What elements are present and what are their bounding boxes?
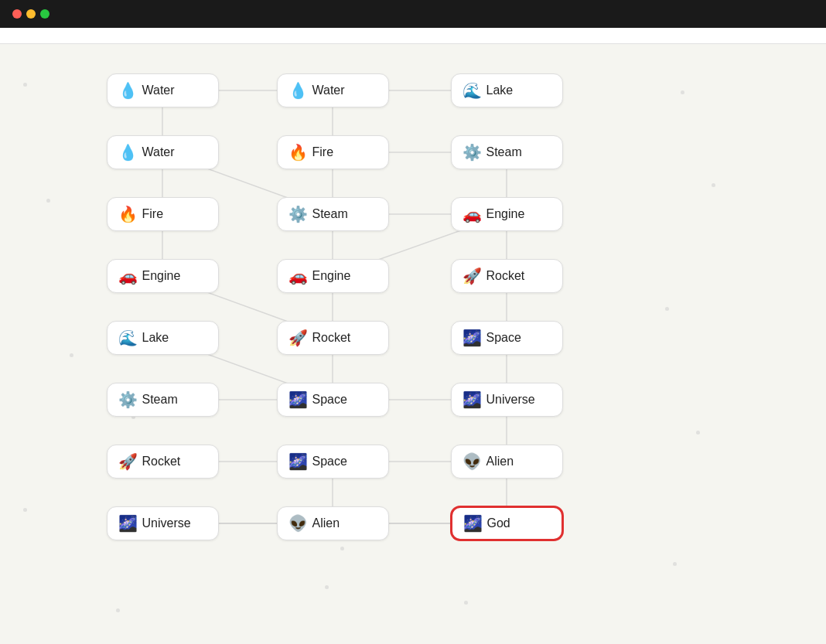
node-emoji-universe2: 🌌 bbox=[118, 516, 138, 531]
node-label-space3: Space bbox=[312, 455, 347, 469]
node-engine1[interactable]: 🚗Engine bbox=[451, 197, 563, 231]
maximize-dot[interactable] bbox=[40, 9, 49, 19]
node-emoji-rocket1: 🚀 bbox=[462, 268, 482, 284]
node-emoji-rocket2: 🚀 bbox=[288, 330, 308, 346]
node-emoji-water1: 💧 bbox=[118, 83, 138, 98]
close-dot[interactable] bbox=[12, 9, 22, 19]
node-universe1[interactable]: 🌌Universe bbox=[451, 383, 563, 417]
node-rocket3[interactable]: 🚀Rocket bbox=[107, 445, 219, 479]
decorative-dot bbox=[325, 585, 329, 589]
node-label-water2: Water bbox=[312, 83, 345, 97]
node-emoji-water2: 💧 bbox=[288, 83, 308, 98]
node-label-alien1: Alien bbox=[486, 455, 514, 469]
node-label-rocket1: Rocket bbox=[486, 269, 525, 283]
minimize-dot[interactable] bbox=[26, 9, 36, 19]
node-steam2[interactable]: ⚙️Steam bbox=[277, 197, 389, 231]
node-label-steam2: Steam bbox=[312, 207, 348, 221]
decorative-dot bbox=[23, 508, 27, 512]
node-label-space2: Space bbox=[312, 393, 347, 407]
node-emoji-fire1: 🔥 bbox=[288, 145, 308, 160]
node-alien2[interactable]: 👽Alien bbox=[277, 506, 389, 540]
node-emoji-space1: 🌌 bbox=[462, 330, 482, 346]
node-label-rocket2: Rocket bbox=[312, 331, 351, 345]
node-water2[interactable]: 💧Water bbox=[277, 73, 389, 107]
node-space3[interactable]: 🌌Space bbox=[277, 445, 389, 479]
node-rocket1[interactable]: 🚀Rocket bbox=[451, 259, 563, 293]
node-label-rocket3: Rocket bbox=[142, 455, 181, 469]
node-label-alien2: Alien bbox=[312, 516, 340, 530]
decorative-dot bbox=[673, 562, 677, 566]
node-fire2[interactable]: 🔥Fire bbox=[107, 197, 219, 231]
decorative-dot bbox=[23, 83, 27, 87]
main-area: 💧Water💧Water🌊Lake💧Water🔥Fire⚙️Steam🔥Fire… bbox=[0, 44, 826, 614]
node-fire1[interactable]: 🔥Fire bbox=[277, 135, 389, 169]
node-steam3[interactable]: ⚙️Steam bbox=[107, 383, 219, 417]
decorative-dot bbox=[665, 307, 669, 311]
node-emoji-steam3: ⚙️ bbox=[118, 392, 138, 407]
node-emoji-steam2: ⚙️ bbox=[288, 206, 308, 222]
node-emoji-rocket3: 🚀 bbox=[118, 454, 138, 469]
node-space2[interactable]: 🌌Space bbox=[277, 383, 389, 417]
node-emoji-steam1: ⚙️ bbox=[462, 145, 482, 160]
decorative-dot bbox=[70, 353, 73, 357]
decorative-dot bbox=[712, 183, 715, 187]
node-emoji-space3: 🌌 bbox=[288, 454, 308, 469]
node-emoji-engine2: 🚗 bbox=[118, 268, 138, 284]
node-emoji-engine3: 🚗 bbox=[288, 268, 308, 284]
top-bar bbox=[0, 0, 826, 28]
decorative-dot bbox=[46, 199, 50, 203]
node-universe2[interactable]: 🌌Universe bbox=[107, 506, 219, 540]
node-engine3[interactable]: 🚗Engine bbox=[277, 259, 389, 293]
node-emoji-space2: 🌌 bbox=[288, 392, 308, 407]
node-label-space1: Space bbox=[486, 331, 521, 345]
decorative-dot bbox=[464, 601, 468, 605]
node-emoji-alien1: 👽 bbox=[462, 454, 482, 469]
decorative-dot bbox=[696, 431, 700, 434]
node-emoji-god: 🌌 bbox=[463, 516, 483, 531]
decorative-dot bbox=[340, 547, 344, 550]
node-label-fire1: Fire bbox=[312, 145, 334, 159]
node-rocket2[interactable]: 🚀Rocket bbox=[277, 321, 389, 355]
header bbox=[0, 28, 826, 44]
node-label-engine2: Engine bbox=[142, 269, 181, 283]
node-emoji-fire2: 🔥 bbox=[118, 206, 138, 222]
node-lake2[interactable]: 🌊Lake bbox=[107, 321, 219, 355]
node-emoji-alien2: 👽 bbox=[288, 516, 308, 531]
node-label-engine3: Engine bbox=[312, 269, 351, 283]
node-god[interactable]: 🌌God bbox=[451, 506, 563, 540]
node-label-fire2: Fire bbox=[142, 207, 164, 221]
node-label-water1: Water bbox=[142, 83, 175, 97]
node-steam1[interactable]: ⚙️Steam bbox=[451, 135, 563, 169]
node-emoji-lake1: 🌊 bbox=[462, 83, 482, 98]
node-label-engine1: Engine bbox=[486, 207, 525, 221]
node-emoji-universe1: 🌌 bbox=[462, 392, 482, 407]
node-label-universe1: Universe bbox=[486, 393, 535, 407]
node-label-steam3: Steam bbox=[142, 393, 178, 407]
node-label-god: God bbox=[487, 516, 510, 530]
node-label-water3: Water bbox=[142, 145, 175, 159]
decorative-dot bbox=[116, 608, 120, 612]
node-lake1[interactable]: 🌊Lake bbox=[451, 73, 563, 107]
node-space1[interactable]: 🌌Space bbox=[451, 321, 563, 355]
node-water3[interactable]: 💧Water bbox=[107, 135, 219, 169]
node-label-lake1: Lake bbox=[486, 83, 514, 97]
node-emoji-water3: 💧 bbox=[118, 145, 138, 160]
node-emoji-lake2: 🌊 bbox=[118, 330, 138, 346]
node-label-lake2: Lake bbox=[142, 331, 169, 345]
node-alien1[interactable]: 👽Alien bbox=[451, 445, 563, 479]
node-emoji-engine1: 🚗 bbox=[462, 206, 482, 222]
node-label-universe2: Universe bbox=[142, 516, 191, 530]
decorative-dot bbox=[681, 90, 684, 94]
node-label-steam1: Steam bbox=[486, 145, 522, 159]
node-water1[interactable]: 💧Water bbox=[107, 73, 219, 107]
node-engine2[interactable]: 🚗Engine bbox=[107, 259, 219, 293]
